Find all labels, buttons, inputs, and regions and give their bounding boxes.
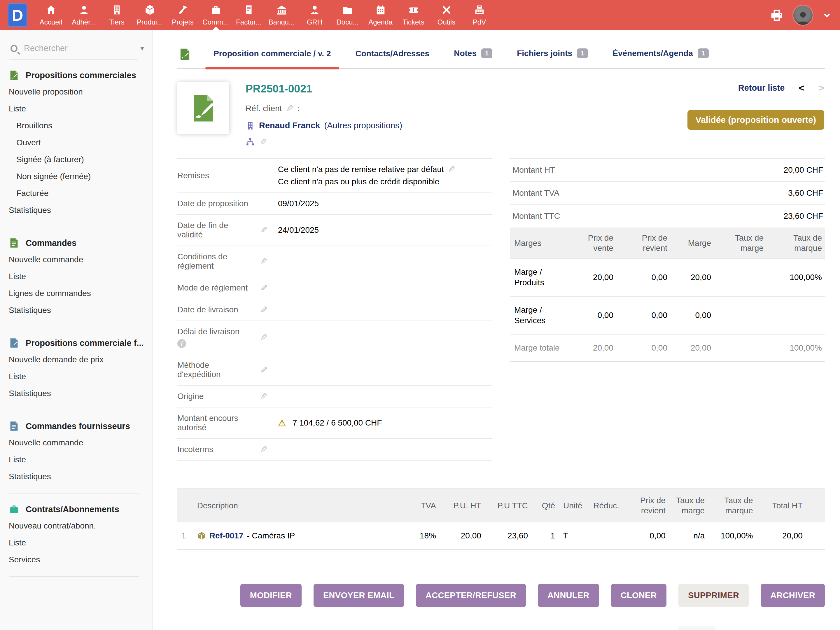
field-label: Incoterms [177, 445, 213, 454]
sidebar-item-services[interactable]: Services [9, 551, 153, 568]
tab-contacts-adresses[interactable]: Contacts/Adresses [343, 49, 442, 68]
action-buttons: MODIFIER ENVOYER EMAIL ACCEPTER/REFUSER … [177, 584, 825, 607]
supprimer-button[interactable]: SUPPRIMER [678, 584, 749, 607]
sidebar-search: ▾ [9, 39, 138, 60]
sidebar-item-statistiques-fournisseurs[interactable]: Statistiques [9, 468, 153, 485]
sidebar-section-commandes[interactable]: Commandes [9, 238, 153, 248]
next-record-chevron-icon[interactable]: > [818, 82, 824, 94]
accepter-refuser-button[interactable]: ACCEPTER/REFUSER [416, 584, 526, 607]
amount-label: Montant TTC [512, 212, 560, 221]
topnav-facturation[interactable]: Factur... [232, 0, 265, 30]
sidebar-item-nouvelle-demande-prix[interactable]: Nouvelle demande de prix [9, 351, 153, 368]
edit-remise-pencil-icon[interactable] [448, 165, 455, 174]
lines-header: Taux de marque [709, 489, 757, 523]
tab-proposition-commerciale[interactable]: Proposition commerciale / v. 2 [201, 49, 343, 68]
topnav-banques[interactable]: Banqu... [265, 0, 298, 30]
sidebar-item-ouvert[interactable]: Ouvert [9, 134, 153, 151]
sidebar-section-propositions[interactable]: Propositions commerciales [9, 70, 153, 81]
sitemap-icon[interactable] [246, 137, 255, 147]
topnav-label: Produi... [137, 18, 163, 26]
user-menu-chevron-down-icon[interactable] [823, 11, 831, 19]
search-caret-down-icon[interactable]: ▾ [140, 44, 144, 53]
sidebar-item-nouvelle-commande-fournisseur[interactable]: Nouvelle commande [9, 434, 153, 451]
archiver-button[interactable]: ARCHIVER [761, 584, 825, 607]
dolibarr-logo[interactable]: D [8, 3, 27, 27]
topnav-tickets[interactable]: Tickets [397, 0, 430, 30]
tab-notes[interactable]: Notes 1 [442, 48, 505, 68]
topnav-projets[interactable]: Projets [166, 0, 199, 30]
edit-delai-pencil-icon[interactable] [260, 333, 267, 342]
partial-tooltip [678, 626, 715, 630]
edit-expedition-pencil-icon[interactable] [260, 365, 267, 374]
topnav-commerce[interactable]: Comm... [199, 0, 232, 30]
sidebar-item-brouillons[interactable]: Brouillons [9, 117, 153, 134]
sidebar-item-liste-propositions[interactable]: Liste [9, 100, 153, 117]
sidebar-item-statistiques-propositions[interactable]: Statistiques [9, 202, 153, 219]
search-input[interactable] [23, 43, 134, 54]
topnav-adherents[interactable]: Adhér... [67, 0, 100, 30]
topnav-pdv[interactable]: PdV [463, 0, 496, 30]
lines-table: Description TVA P.U. HT P.U TTC Qté Unit… [177, 488, 825, 549]
cloner-button[interactable]: CLONER [611, 584, 666, 607]
marges-header: Taux de marge [714, 227, 766, 259]
sidebar-item-nouvelle-commande[interactable]: Nouvelle commande [9, 251, 153, 268]
edit-incoterms-pencil-icon[interactable] [260, 445, 267, 454]
sidebar-item-facturee[interactable]: Facturée [9, 185, 153, 202]
topnav-label: Agenda [368, 18, 393, 26]
sidebar-item-liste-commandes-fournisseurs[interactable]: Liste [9, 451, 153, 468]
proposal-thumbnail [177, 82, 229, 134]
envoyer-email-button[interactable]: ENVOYER EMAIL [314, 584, 404, 607]
edit-date-livraison-pencil-icon[interactable] [260, 305, 267, 314]
sidebar-item-signee[interactable]: Signée (à facturer) [9, 151, 153, 168]
print-icon[interactable] [770, 8, 783, 22]
edit-date-fin-pencil-icon[interactable] [260, 226, 267, 235]
topnav-accueil[interactable]: Accueil [35, 0, 67, 30]
sidebar-section-contrats[interactable]: Contrats/Abonnements [9, 504, 153, 515]
edit-ref-client-pencil-icon[interactable] [286, 104, 294, 113]
edit-project-pencil-icon[interactable] [260, 138, 267, 147]
field-label: Date de proposition [177, 199, 248, 208]
tab-fichiers-joints[interactable]: Fichiers joints 1 [505, 48, 600, 68]
field-value: Ce client n'a pas de remise relative par… [278, 165, 444, 174]
edit-conditions-pencil-icon[interactable] [260, 257, 267, 266]
edit-origine-pencil-icon[interactable] [260, 392, 267, 401]
annuler-button[interactable]: ANNULER [538, 584, 599, 607]
tab-label: Notes [454, 49, 477, 58]
marges-row-services: Marge / Services 0,00 0,00 0,00 [510, 296, 825, 334]
tab-evenements-agenda[interactable]: Événements/Agenda 1 [600, 48, 721, 68]
product-ref-link[interactable]: Ref-0017 [209, 531, 243, 540]
field-label: Conditions de règlement [177, 252, 250, 271]
topnav-outils[interactable]: Outils [430, 0, 463, 30]
sidebar-item-liste-demandes[interactable]: Liste [9, 368, 153, 385]
other-proposals-link[interactable]: (Autres propositions) [324, 121, 403, 130]
sidebar-item-non-signee[interactable]: Non signée (fermée) [9, 168, 153, 185]
hr-person-icon [309, 5, 320, 16]
modifier-button[interactable]: MODIFIER [240, 584, 302, 607]
sidebar-item-nouvelle-proposition[interactable]: Nouvelle proposition [9, 84, 153, 100]
sidebar-item-nouveau-contrat[interactable]: Nouveau contrat/abonn. [9, 518, 153, 534]
amount-label: Montant HT [512, 165, 555, 175]
folder-icon [342, 5, 353, 16]
topnav-documents[interactable]: Docu... [331, 0, 364, 30]
sidebar-item-liste-commandes[interactable]: Liste [9, 268, 153, 285]
marges-header: Marge [670, 227, 714, 259]
info-icon[interactable]: i [177, 339, 186, 348]
field-row-incoterms: Incoterms [177, 439, 492, 461]
retour-liste-link[interactable]: Retour liste [738, 83, 785, 93]
topnav-grh[interactable]: GRH [298, 0, 331, 30]
topnav-agenda[interactable]: Agenda [364, 0, 397, 30]
sidebar-section-propositions-fournisseurs[interactable]: Propositions commerciale f... [9, 338, 153, 348]
edit-mode-pencil-icon[interactable] [260, 284, 267, 292]
sidebar-item-lignes-commandes[interactable]: Lignes de commandes [9, 285, 153, 302]
sidebar-item-statistiques-demandes[interactable]: Statistiques [9, 385, 153, 402]
client-link[interactable]: Renaud Franck [259, 121, 320, 130]
cash-register-icon [474, 5, 485, 16]
sidebar-section-commandes-fournisseurs[interactable]: Commandes fournisseurs [9, 421, 153, 431]
sidebar-item-statistiques-commandes[interactable]: Statistiques [9, 302, 153, 319]
topnav-produits[interactable]: Produi... [133, 0, 166, 30]
user-avatar[interactable] [793, 6, 813, 25]
calendar-icon [375, 5, 386, 16]
sidebar-item-liste-contrats[interactable]: Liste [9, 534, 153, 551]
topnav-tiers[interactable]: Tiers [100, 0, 133, 30]
previous-record-chevron-icon[interactable]: < [799, 82, 804, 94]
